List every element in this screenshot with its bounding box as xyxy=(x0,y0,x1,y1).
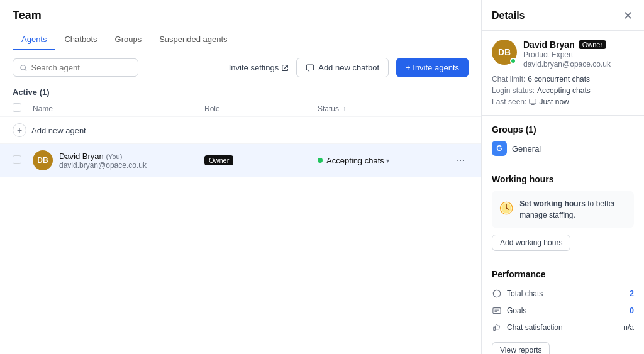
profile-name: David Bryan xyxy=(523,40,575,50)
table-header: Name Role Status ↑ xyxy=(0,101,481,117)
add-working-hours-button[interactable]: Add working hours xyxy=(492,235,570,251)
details-title: Details xyxy=(492,10,525,21)
last-seen-row: Last seen: Just now xyxy=(492,97,634,106)
search-box[interactable] xyxy=(13,58,138,77)
svg-point-10 xyxy=(493,290,500,297)
chat-icon xyxy=(306,64,314,72)
sort-icon: ↑ xyxy=(343,105,346,112)
monitor-icon xyxy=(529,98,536,106)
agent-profile: DB David Bryan Owner Product Expert davi… xyxy=(492,40,634,69)
perf-total-chats-row: Total chats 2 xyxy=(492,285,634,302)
clock-icon xyxy=(499,198,513,218)
agent-status-col: Accepting chats ▾ xyxy=(318,156,443,165)
performance-title: Performance xyxy=(492,269,634,279)
table-row[interactable]: DB David Bryan (You) david.bryan@opace.c… xyxy=(0,144,481,177)
svg-rect-14 xyxy=(494,327,496,330)
detail-meta: Chat limit: 6 concurrent chats Login sta… xyxy=(492,75,634,106)
profile-owner-badge: Owner xyxy=(579,40,606,49)
owner-badge: Owner xyxy=(204,155,233,165)
goals-icon xyxy=(492,306,502,316)
group-icon: G xyxy=(492,141,507,156)
svg-rect-11 xyxy=(493,308,501,314)
add-agent-label: Add new agent xyxy=(31,126,86,135)
chat-limit-row: Chat limit: 6 concurrent chats xyxy=(492,75,634,84)
profile-section: DB David Bryan Owner Product Expert davi… xyxy=(482,31,644,116)
col-status-header: Status ↑ xyxy=(318,104,443,113)
avatar: DB xyxy=(33,150,53,170)
svg-rect-3 xyxy=(530,99,536,104)
working-hours-card: Set working hours to better manage staff… xyxy=(492,191,634,228)
agent-email: david.bryan@opace.co.uk xyxy=(59,161,147,170)
working-hours-section: Working hours Set working hours to bette… xyxy=(482,165,644,260)
total-chats-label: Total chats xyxy=(507,289,625,298)
status-chevron-icon: ▾ xyxy=(386,157,389,164)
agent-you-tag: (You) xyxy=(106,153,122,160)
tab-chatbots[interactable]: Chatbots xyxy=(55,30,106,50)
active-section-title: Active (1) xyxy=(0,85,481,101)
last-seen-value: Just now xyxy=(539,97,569,106)
satisfaction-label: Chat satisfaction xyxy=(507,323,618,332)
groups-section: Groups (1) G General xyxy=(482,116,644,165)
col-name-header: Name xyxy=(33,104,204,113)
tab-agents[interactable]: Agents xyxy=(13,30,55,50)
profile-role: Product Expert xyxy=(523,50,634,59)
group-name: General xyxy=(512,144,541,153)
groups-title: Groups (1) xyxy=(492,124,634,135)
search-input[interactable] xyxy=(31,63,131,72)
col-role-header: Role xyxy=(204,104,318,113)
bubble-icon xyxy=(492,289,502,299)
toolbar: Invite settings Add new chatbot + Invite… xyxy=(0,50,481,85)
search-icon xyxy=(19,64,28,72)
working-hours-text: Set working hours to better manage staff… xyxy=(519,198,626,221)
status-dot xyxy=(318,158,323,163)
tab-bar: Agents Chatbots Groups Suspended agents xyxy=(13,30,469,50)
working-hours-title: Working hours xyxy=(492,174,634,184)
tab-groups[interactable]: Groups xyxy=(106,30,151,50)
perf-satisfaction-row: Chat satisfaction n/a xyxy=(492,319,634,336)
header-checkbox xyxy=(13,103,21,112)
page-title: Team xyxy=(13,9,469,22)
view-reports-button[interactable]: View reports xyxy=(492,342,550,354)
satisfaction-value: n/a xyxy=(623,323,634,332)
login-status-value: Accepting chats xyxy=(537,86,591,95)
online-dot xyxy=(510,58,516,64)
external-link-icon xyxy=(281,64,289,72)
more-options-button[interactable]: ··· xyxy=(453,153,469,167)
goals-value: 0 xyxy=(630,306,634,315)
close-button[interactable]: ✕ xyxy=(622,9,634,23)
status-label: Accepting chats xyxy=(326,156,384,165)
agent-role-col: Owner xyxy=(204,155,318,165)
invite-settings-link[interactable]: Invite settings xyxy=(229,63,289,72)
agent-actions-col: ··· xyxy=(443,153,469,167)
details-header: Details ✕ xyxy=(482,0,644,31)
goals-label: Goals xyxy=(507,306,625,315)
profile-email: david.bryan@opace.co.uk xyxy=(523,60,634,69)
add-chatbot-button[interactable]: Add new chatbot xyxy=(296,58,389,77)
add-agent-row[interactable]: + Add new agent xyxy=(0,117,481,144)
row-checkbox[interactable] xyxy=(13,155,21,164)
agent-name: David Bryan xyxy=(59,152,104,161)
chat-limit-value: 6 concurrent chats xyxy=(528,75,590,84)
svg-line-1 xyxy=(25,69,26,70)
performance-section: Performance Total chats 2 Goals 0 xyxy=(482,260,644,354)
perf-goals-row: Goals 0 xyxy=(492,302,634,319)
group-item: G General xyxy=(492,141,634,156)
profile-info: David Bryan Owner Product Expert david.b… xyxy=(523,40,634,69)
thumbs-up-icon xyxy=(492,323,502,333)
tab-suspended-agents[interactable]: Suspended agents xyxy=(150,30,236,50)
invite-agents-button[interactable]: + Invite agents xyxy=(396,58,469,77)
login-status-row: Login status: Accepting chats xyxy=(492,86,634,95)
total-chats-value: 2 xyxy=(630,289,634,298)
details-panel: Details ✕ DB David Bryan Owner Product E… xyxy=(482,0,644,354)
svg-rect-2 xyxy=(307,65,314,70)
add-agent-icon: + xyxy=(13,123,26,137)
profile-avatar: DB xyxy=(492,40,517,65)
